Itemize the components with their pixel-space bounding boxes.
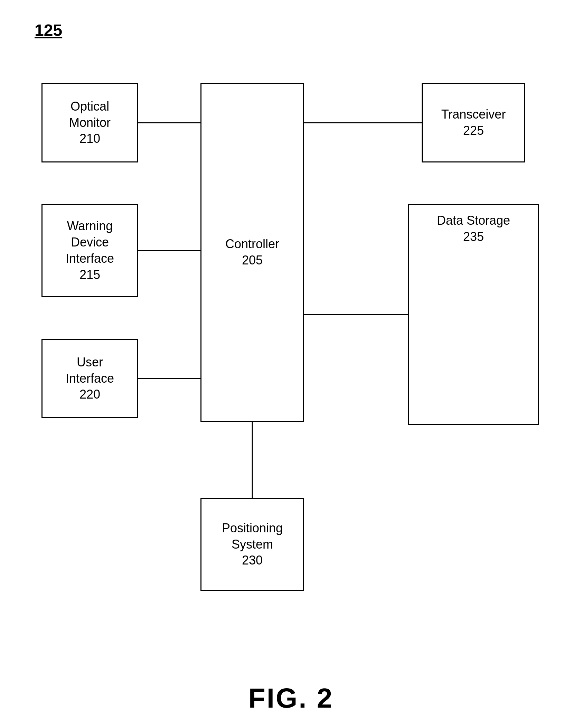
transceiver-id: 225 (463, 123, 484, 139)
positioning-system-title: PositioningSystem (222, 520, 283, 553)
data-storage-box: Data Storage 235 WarningApp. 240 ImageRe… (408, 204, 539, 425)
fig-label: FIG. 2 (248, 682, 334, 714)
warning-device-id: 215 (79, 267, 100, 283)
data-storage-title: Data Storage (437, 213, 510, 227)
optical-monitor-title: OpticalMonitor (69, 99, 111, 131)
controller-title: Controller (225, 236, 279, 252)
diagram-area: OpticalMonitor 210 WarningDeviceInterfac… (21, 55, 560, 643)
figure-number: 125 (35, 21, 62, 40)
optical-monitor-box: OpticalMonitor 210 (41, 83, 138, 162)
optical-monitor-id: 210 (79, 131, 100, 147)
data-storage-id: 235 (463, 230, 484, 244)
user-interface-title: UserInterface (66, 354, 114, 387)
transceiver-title: Transceiver (441, 106, 506, 123)
warning-device-box: WarningDeviceInterface 215 (41, 204, 138, 297)
controller-box: Controller 205 (200, 83, 304, 422)
positioning-system-id: 230 (242, 552, 263, 569)
transceiver-box: Transceiver 225 (422, 83, 525, 162)
user-interface-id: 220 (79, 386, 100, 403)
controller-id: 205 (242, 252, 263, 269)
page: 125 OpticalMonitor 210 WarningDeviceInte… (0, 0, 582, 728)
warning-device-title: WarningDeviceInterface (66, 218, 114, 267)
user-interface-box: UserInterface 220 (41, 339, 138, 418)
positioning-system-box: PositioningSystem 230 (200, 498, 304, 591)
